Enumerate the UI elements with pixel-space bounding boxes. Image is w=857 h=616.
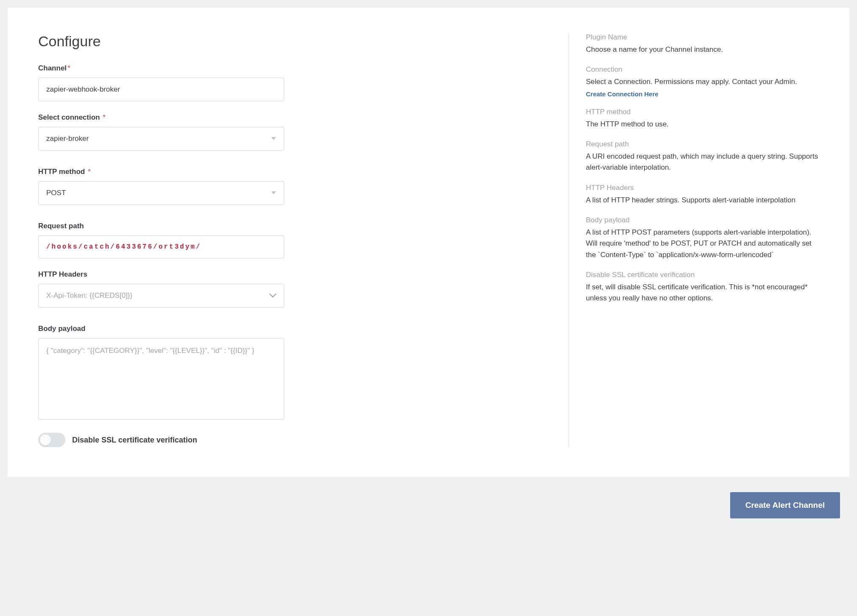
help-title: Plugin Name bbox=[586, 33, 819, 42]
form-column: Configure Channel* Select connection * z… bbox=[38, 33, 284, 447]
help-body: A list of HTTP POST parameters (supports… bbox=[586, 227, 819, 260]
help-column: Plugin Name Choose a name for your Chann… bbox=[569, 33, 819, 447]
connection-label: Select connection * bbox=[38, 113, 284, 122]
field-disable-ssl: Disable SSL certificate verification bbox=[38, 433, 284, 447]
help-body: A URI encoded request path, which may in… bbox=[586, 151, 819, 174]
help-title: HTTP Headers bbox=[586, 184, 819, 192]
help-http-headers: HTTP Headers A list of HTTP header strin… bbox=[586, 184, 819, 206]
help-title: Request path bbox=[586, 140, 819, 148]
channel-label-text: Channel bbox=[38, 64, 67, 72]
help-http-method: HTTP method The HTTP method to use. bbox=[586, 108, 819, 130]
http-headers-select[interactable]: X-Api-Token: {{CREDS[0]}} bbox=[38, 284, 284, 308]
request-path-label: Request path bbox=[38, 222, 284, 230]
disable-ssl-toggle[interactable] bbox=[38, 433, 65, 447]
help-request-path: Request path A URI encoded request path,… bbox=[586, 140, 819, 174]
configure-panel: Configure Channel* Select connection * z… bbox=[8, 8, 849, 477]
help-connection: Connection Select a Connection. Permissi… bbox=[586, 65, 819, 97]
create-connection-link[interactable]: Create Connection Here bbox=[586, 90, 658, 98]
body-payload-textarea[interactable] bbox=[38, 338, 284, 420]
help-disable-ssl: Disable SSL certificate verification If … bbox=[586, 271, 819, 304]
column-spacer bbox=[284, 33, 569, 447]
help-body: Choose a name for your Channel instance. bbox=[586, 44, 819, 55]
help-body: A list of HTTP header strings. Supports … bbox=[586, 195, 819, 206]
http-method-select[interactable]: POST bbox=[38, 181, 284, 205]
footer: Create Alert Channel bbox=[0, 484, 857, 529]
create-alert-channel-button[interactable]: Create Alert Channel bbox=[730, 492, 840, 518]
help-body: If set, will disable SSL certificate ver… bbox=[586, 282, 819, 304]
help-title: HTTP method bbox=[586, 108, 819, 116]
help-body: Select a Connection. Permissions may app… bbox=[586, 76, 819, 87]
help-title: Body payload bbox=[586, 216, 819, 224]
http-method-select-value: POST bbox=[46, 189, 66, 197]
http-headers-label: HTTP Headers bbox=[38, 270, 284, 279]
field-connection: Select connection * zapier-broker bbox=[38, 113, 284, 151]
required-marker: * bbox=[88, 168, 91, 176]
help-title: Connection bbox=[586, 65, 819, 74]
connection-select[interactable]: zapier-broker bbox=[38, 127, 284, 151]
field-http-method: HTTP method * POST bbox=[38, 168, 284, 205]
http-method-label-text: HTTP method bbox=[38, 168, 85, 176]
toggle-knob bbox=[40, 434, 51, 445]
required-marker: * bbox=[103, 113, 106, 121]
help-body: The HTTP method to use. bbox=[586, 119, 819, 130]
field-request-path: Request path bbox=[38, 222, 284, 258]
field-channel: Channel* bbox=[38, 64, 284, 101]
page-title: Configure bbox=[38, 33, 284, 50]
body-payload-label: Body payload bbox=[38, 325, 284, 333]
connection-select-value: zapier-broker bbox=[46, 134, 89, 143]
help-body-payload: Body payload A list of HTTP POST paramet… bbox=[586, 216, 819, 260]
required-marker: * bbox=[67, 64, 70, 72]
field-http-headers: HTTP Headers X-Api-Token: {{CREDS[0]}} bbox=[38, 270, 284, 308]
channel-label: Channel* bbox=[38, 64, 284, 73]
connection-label-text: Select connection bbox=[38, 113, 100, 121]
http-method-label: HTTP method * bbox=[38, 168, 284, 176]
help-plugin-name: Plugin Name Choose a name for your Chann… bbox=[586, 33, 819, 55]
channel-input[interactable] bbox=[38, 78, 284, 101]
request-path-input[interactable] bbox=[38, 235, 284, 258]
field-body-payload: Body payload bbox=[38, 325, 284, 421]
http-headers-placeholder: X-Api-Token: {{CREDS[0]}} bbox=[46, 291, 132, 300]
disable-ssl-label: Disable SSL certificate verification bbox=[72, 436, 197, 445]
help-title: Disable SSL certificate verification bbox=[586, 271, 819, 279]
